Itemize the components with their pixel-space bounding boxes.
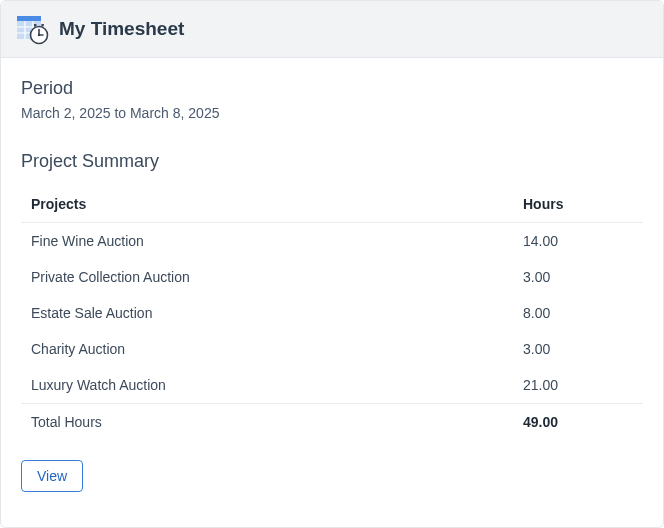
table-row: Charity Auction 3.00 bbox=[21, 331, 643, 367]
svg-rect-7 bbox=[34, 24, 36, 27]
card-header: My Timesheet bbox=[1, 1, 663, 58]
period-value: March 2, 2025 to March 8, 2025 bbox=[21, 105, 643, 121]
project-name: Estate Sale Auction bbox=[21, 295, 513, 331]
project-name: Fine Wine Auction bbox=[21, 223, 513, 260]
project-hours: 8.00 bbox=[513, 295, 643, 331]
project-hours: 21.00 bbox=[513, 367, 643, 404]
timesheet-icon bbox=[17, 13, 49, 45]
svg-rect-0 bbox=[17, 16, 41, 21]
project-hours: 3.00 bbox=[513, 331, 643, 367]
summary-title: Project Summary bbox=[21, 151, 643, 172]
summary-table: Projects Hours Fine Wine Auction 14.00 P… bbox=[21, 186, 643, 440]
total-label: Total Hours bbox=[21, 404, 513, 441]
project-hours: 14.00 bbox=[513, 223, 643, 260]
timesheet-card: My Timesheet Period March 2, 2025 to Mar… bbox=[0, 0, 664, 528]
view-button[interactable]: View bbox=[21, 460, 83, 492]
card-title: My Timesheet bbox=[59, 18, 184, 40]
table-row: Luxury Watch Auction 21.00 bbox=[21, 367, 643, 404]
svg-rect-8 bbox=[41, 24, 44, 27]
col-projects: Projects bbox=[21, 186, 513, 223]
table-row: Estate Sale Auction 8.00 bbox=[21, 295, 643, 331]
total-hours: 49.00 bbox=[513, 404, 643, 441]
svg-point-11 bbox=[38, 34, 40, 36]
project-hours: 3.00 bbox=[513, 259, 643, 295]
table-total-row: Total Hours 49.00 bbox=[21, 404, 643, 441]
project-name: Charity Auction bbox=[21, 331, 513, 367]
card-body: Period March 2, 2025 to March 8, 2025 Pr… bbox=[1, 58, 663, 512]
table-row: Private Collection Auction 3.00 bbox=[21, 259, 643, 295]
project-name: Private Collection Auction bbox=[21, 259, 513, 295]
table-row: Fine Wine Auction 14.00 bbox=[21, 223, 643, 260]
col-hours: Hours bbox=[513, 186, 643, 223]
project-name: Luxury Watch Auction bbox=[21, 367, 513, 404]
period-label: Period bbox=[21, 78, 643, 99]
